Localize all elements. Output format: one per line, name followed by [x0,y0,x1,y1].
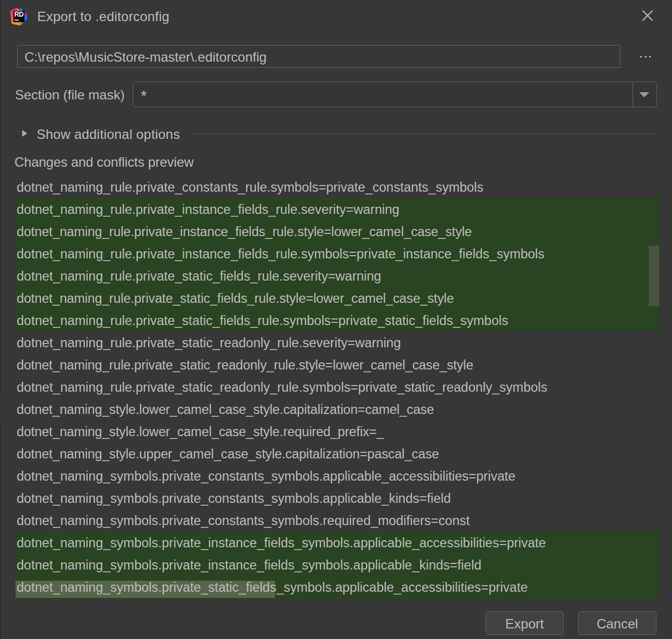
svg-text:RD: RD [14,11,24,18]
